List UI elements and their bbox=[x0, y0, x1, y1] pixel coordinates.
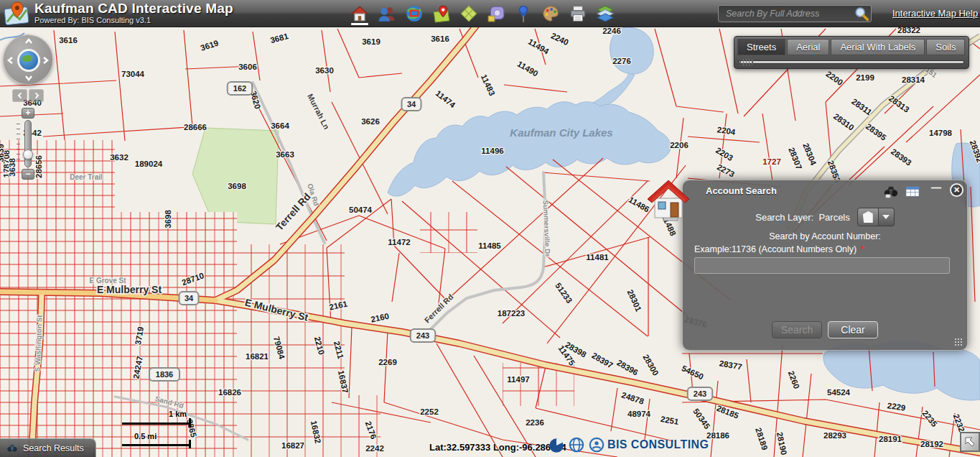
next-extent-button[interactable] bbox=[29, 89, 44, 102]
chevron-down-icon bbox=[882, 215, 890, 219]
clear-button[interactable]: Clear bbox=[828, 321, 878, 338]
app: 3616361936813619361673044360636303640364… bbox=[0, 0, 980, 457]
search-results-bar[interactable]: Search Results bbox=[0, 438, 96, 457]
map-label: 3606 bbox=[238, 63, 257, 71]
map-label: 189024 bbox=[135, 160, 163, 168]
users-icon bbox=[378, 4, 396, 23]
map-label: 3664 bbox=[271, 121, 289, 130]
zoom-slider[interactable]: + − bbox=[20, 108, 36, 180]
slider-track[interactable] bbox=[739, 60, 964, 64]
map-label: 2242 bbox=[365, 444, 384, 453]
map-label: 1727 bbox=[762, 157, 781, 166]
map-label: Deer Trail bbox=[70, 173, 103, 181]
layer-dropdown-button[interactable] bbox=[879, 208, 895, 226]
dialog-header[interactable]: Account Search — ✕ bbox=[683, 180, 967, 202]
scale-mi-line bbox=[122, 444, 190, 446]
home-icon bbox=[350, 4, 369, 23]
slider-thumb[interactable] bbox=[740, 58, 753, 66]
pan-left-icon[interactable] bbox=[6, 55, 16, 65]
search-layer-value: Parcels bbox=[818, 212, 849, 223]
draw-tool-button[interactable] bbox=[540, 1, 561, 26]
basemap-soils[interactable]: Soils bbox=[926, 39, 965, 55]
zoom-slider-thumb[interactable] bbox=[23, 149, 33, 160]
map-label: 11481 bbox=[586, 253, 609, 262]
account-number-input[interactable] bbox=[694, 257, 950, 274]
map-label: 54524 bbox=[827, 388, 851, 397]
map-label: 11472 bbox=[388, 238, 410, 246]
users-tool-button[interactable] bbox=[376, 1, 398, 26]
app-titles: Kaufman CAD Interactive Map Powered By: … bbox=[34, 1, 233, 24]
map-label: 28314 bbox=[902, 75, 925, 84]
dialog-close-button[interactable]: ✕ bbox=[950, 183, 963, 197]
arrow-up-left-icon bbox=[963, 435, 976, 448]
interactive-map-help-link[interactable]: Interactive Map Help bbox=[892, 8, 978, 19]
map-label: 28293 bbox=[823, 431, 846, 440]
map-label: 11497 bbox=[507, 375, 529, 384]
parcel-select-tool-button[interactable] bbox=[458, 1, 480, 26]
map-label: 50474 bbox=[349, 206, 373, 214]
map-label: 28191 bbox=[879, 435, 902, 443]
account-search-dialog: Account Search — ✕ Search Layer: Parcels… bbox=[682, 180, 968, 351]
dialog-title: Account Search bbox=[706, 185, 777, 196]
layers-icon bbox=[596, 4, 615, 23]
map-label: 2252 bbox=[420, 407, 439, 416]
binoculars-search-icon[interactable] bbox=[882, 184, 900, 200]
map-label: 3619 bbox=[362, 37, 381, 46]
parcel-shape-icon bbox=[863, 211, 873, 223]
parcel-select-icon bbox=[459, 4, 478, 23]
basemap-switcher: StreetsAerialAerial With LabelsSoils bbox=[734, 36, 969, 69]
example-row: Example:11736 (Account Numbers Only)* bbox=[694, 244, 967, 254]
svg-text:162: 162 bbox=[233, 84, 246, 93]
pan-up-icon[interactable] bbox=[24, 37, 34, 47]
coordinates-readout: Lat:32.597333 Long:-96.286374 bbox=[429, 442, 566, 453]
basemap-aerial[interactable]: Aerial bbox=[787, 39, 829, 55]
scale-tick bbox=[189, 440, 191, 448]
house-marker-icon bbox=[645, 177, 692, 224]
locate-tool-button[interactable] bbox=[431, 1, 452, 26]
pan-down-icon[interactable] bbox=[24, 73, 34, 83]
basemap-streets[interactable]: Streets bbox=[737, 39, 785, 55]
dialog-resize-grip[interactable] bbox=[954, 338, 963, 346]
measure-icon bbox=[487, 4, 505, 23]
map-label: 16821 bbox=[246, 352, 269, 361]
map-label: 16826 bbox=[218, 388, 241, 397]
overview-map-toggle[interactable] bbox=[960, 432, 980, 452]
results-table-icon[interactable] bbox=[904, 184, 921, 200]
highway-shield: 34 bbox=[179, 292, 199, 305]
locate-pin-icon bbox=[432, 4, 451, 23]
zoom-in-button[interactable]: + bbox=[22, 108, 34, 119]
basemap-aerial-with-labels[interactable]: Aerial With Labels bbox=[831, 39, 925, 55]
layer-button[interactable] bbox=[857, 208, 879, 226]
home-tool-button[interactable] bbox=[349, 1, 370, 26]
app-logo-icon bbox=[4, 1, 31, 27]
search-button[interactable]: Search bbox=[772, 321, 822, 338]
map-label: 3663 bbox=[276, 150, 294, 159]
map-label: 3616 bbox=[431, 34, 449, 43]
zoom-slider-ticks bbox=[17, 124, 20, 161]
print-tool-button[interactable] bbox=[567, 1, 589, 26]
highway-shield: 162 bbox=[228, 82, 253, 95]
map-label: E Mulberry St bbox=[97, 284, 162, 295]
zoom-slider-track[interactable] bbox=[24, 120, 32, 167]
full-extent-globe-button[interactable] bbox=[17, 49, 40, 72]
measure-tool-button[interactable] bbox=[485, 1, 507, 26]
zoom-extent-tool-button[interactable] bbox=[403, 1, 425, 26]
zoom-out-button[interactable]: − bbox=[22, 169, 34, 180]
layers-tool-button[interactable] bbox=[594, 1, 616, 26]
chevron-right-icon bbox=[33, 92, 40, 99]
previous-extent-button[interactable] bbox=[12, 89, 27, 102]
pushpin-tool-button[interactable] bbox=[513, 1, 534, 26]
map-label: 2269 bbox=[378, 358, 397, 366]
map-label: 2236 bbox=[526, 418, 544, 427]
search-icon[interactable] bbox=[854, 6, 869, 22]
pan-right-icon[interactable] bbox=[40, 55, 50, 65]
svg-text:34: 34 bbox=[185, 294, 194, 303]
dialog-minimize-button[interactable]: — bbox=[931, 182, 943, 196]
address-search-input[interactable] bbox=[724, 8, 854, 19]
map-label: 2276 bbox=[612, 57, 631, 65]
brand-name: BIS CONSULTING bbox=[607, 438, 709, 451]
basemap-buttons: StreetsAerialAerial With LabelsSoils bbox=[737, 39, 966, 55]
basemap-transparency-slider[interactable] bbox=[737, 58, 966, 65]
svg-text:243: 243 bbox=[416, 331, 429, 340]
pan-control[interactable] bbox=[3, 34, 53, 85]
